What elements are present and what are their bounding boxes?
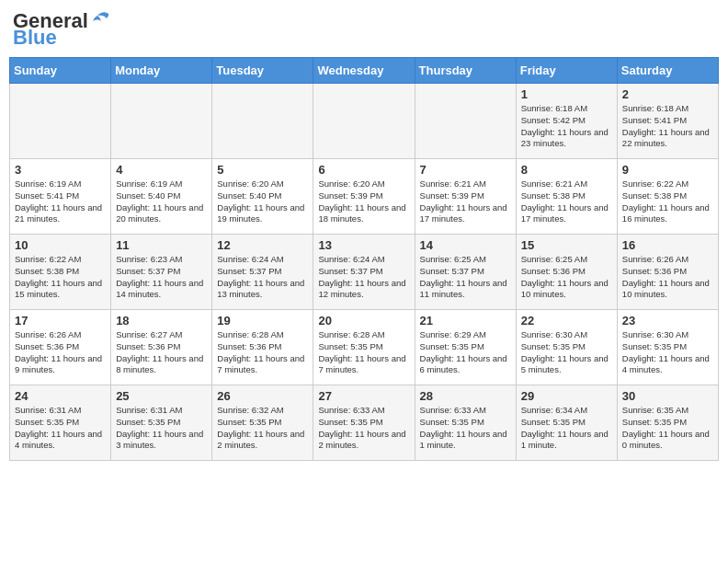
day-cell-17: 17Sunrise: 6:26 AM Sunset: 5:36 PM Dayli… bbox=[10, 310, 111, 385]
day-cell-4: 4Sunrise: 6:19 AM Sunset: 5:40 PM Daylig… bbox=[111, 159, 212, 235]
day-cell-21: 21Sunrise: 6:29 AM Sunset: 5:35 PM Dayli… bbox=[415, 310, 516, 385]
day-info: Sunrise: 6:26 AM Sunset: 5:36 PM Dayligh… bbox=[15, 329, 106, 376]
day-number: 9 bbox=[622, 163, 713, 177]
day-number: 24 bbox=[15, 389, 106, 403]
day-cell-26: 26Sunrise: 6:32 AM Sunset: 5:35 PM Dayli… bbox=[212, 385, 313, 461]
day-info: Sunrise: 6:20 AM Sunset: 5:40 PM Dayligh… bbox=[217, 178, 308, 225]
day-info: Sunrise: 6:34 AM Sunset: 5:35 PM Dayligh… bbox=[521, 405, 612, 452]
day-cell-11: 11Sunrise: 6:23 AM Sunset: 5:37 PM Dayli… bbox=[111, 235, 212, 310]
day-info: Sunrise: 6:18 AM Sunset: 5:42 PM Dayligh… bbox=[521, 103, 612, 150]
day-cell-1: 1Sunrise: 6:18 AM Sunset: 5:42 PM Daylig… bbox=[516, 84, 617, 159]
day-info: Sunrise: 6:22 AM Sunset: 5:38 PM Dayligh… bbox=[15, 254, 106, 301]
day-info: Sunrise: 6:28 AM Sunset: 5:35 PM Dayligh… bbox=[318, 329, 409, 376]
day-cell-13: 13Sunrise: 6:24 AM Sunset: 5:37 PM Dayli… bbox=[313, 235, 415, 310]
day-cell-8: 8Sunrise: 6:21 AM Sunset: 5:38 PM Daylig… bbox=[516, 159, 617, 235]
day-info: Sunrise: 6:26 AM Sunset: 5:36 PM Dayligh… bbox=[622, 254, 713, 301]
weekday-header-sunday: Sunday bbox=[10, 58, 111, 84]
day-info: Sunrise: 6:35 AM Sunset: 5:35 PM Dayligh… bbox=[622, 405, 713, 452]
day-info: Sunrise: 6:31 AM Sunset: 5:35 PM Dayligh… bbox=[15, 405, 106, 452]
day-cell-24: 24Sunrise: 6:31 AM Sunset: 5:35 PM Dayli… bbox=[10, 385, 111, 461]
day-cell-28: 28Sunrise: 6:33 AM Sunset: 5:35 PM Dayli… bbox=[415, 385, 516, 461]
day-number: 14 bbox=[420, 238, 511, 252]
day-info: Sunrise: 6:18 AM Sunset: 5:41 PM Dayligh… bbox=[622, 103, 713, 150]
day-number: 22 bbox=[521, 314, 612, 327]
day-info: Sunrise: 6:29 AM Sunset: 5:35 PM Dayligh… bbox=[420, 329, 511, 376]
day-number: 10 bbox=[15, 238, 106, 252]
empty-cell bbox=[313, 84, 415, 159]
empty-cell bbox=[111, 84, 212, 159]
day-info: Sunrise: 6:33 AM Sunset: 5:35 PM Dayligh… bbox=[318, 405, 409, 452]
day-number: 5 bbox=[217, 163, 308, 177]
day-number: 13 bbox=[318, 238, 409, 252]
day-number: 7 bbox=[420, 163, 511, 177]
calendar-table: SundayMondayTuesdayWednesdayThursdayFrid… bbox=[9, 57, 719, 461]
day-cell-14: 14Sunrise: 6:25 AM Sunset: 5:37 PM Dayli… bbox=[415, 235, 516, 310]
day-cell-2: 2Sunrise: 6:18 AM Sunset: 5:41 PM Daylig… bbox=[617, 84, 718, 159]
weekday-header-saturday: Saturday bbox=[617, 58, 718, 84]
day-cell-27: 27Sunrise: 6:33 AM Sunset: 5:35 PM Dayli… bbox=[313, 385, 415, 461]
day-info: Sunrise: 6:28 AM Sunset: 5:36 PM Dayligh… bbox=[217, 329, 308, 376]
day-info: Sunrise: 6:21 AM Sunset: 5:39 PM Dayligh… bbox=[420, 178, 511, 225]
day-cell-16: 16Sunrise: 6:26 AM Sunset: 5:36 PM Dayli… bbox=[617, 235, 718, 310]
day-cell-7: 7Sunrise: 6:21 AM Sunset: 5:39 PM Daylig… bbox=[415, 159, 516, 235]
day-number: 18 bbox=[116, 314, 207, 327]
weekday-header-tuesday: Tuesday bbox=[212, 58, 313, 84]
day-number: 16 bbox=[622, 238, 713, 252]
day-number: 25 bbox=[116, 389, 207, 403]
day-cell-18: 18Sunrise: 6:27 AM Sunset: 5:36 PM Dayli… bbox=[111, 310, 212, 385]
day-number: 19 bbox=[217, 314, 308, 327]
day-info: Sunrise: 6:33 AM Sunset: 5:35 PM Dayligh… bbox=[420, 405, 511, 452]
day-info: Sunrise: 6:23 AM Sunset: 5:37 PM Dayligh… bbox=[116, 254, 207, 301]
day-info: Sunrise: 6:24 AM Sunset: 5:37 PM Dayligh… bbox=[318, 254, 409, 301]
day-info: Sunrise: 6:30 AM Sunset: 5:35 PM Dayligh… bbox=[622, 329, 713, 376]
day-cell-25: 25Sunrise: 6:31 AM Sunset: 5:35 PM Dayli… bbox=[111, 385, 212, 461]
week-row-2: 3Sunrise: 6:19 AM Sunset: 5:41 PM Daylig… bbox=[10, 159, 719, 235]
day-cell-12: 12Sunrise: 6:24 AM Sunset: 5:37 PM Dayli… bbox=[212, 235, 313, 310]
day-info: Sunrise: 6:30 AM Sunset: 5:35 PM Dayligh… bbox=[521, 329, 612, 376]
day-number: 21 bbox=[420, 314, 511, 327]
logo-blue: Blue bbox=[13, 26, 57, 50]
day-number: 27 bbox=[318, 389, 409, 403]
day-number: 15 bbox=[521, 238, 612, 252]
day-cell-3: 3Sunrise: 6:19 AM Sunset: 5:41 PM Daylig… bbox=[10, 159, 111, 235]
weekday-header-thursday: Thursday bbox=[415, 58, 516, 84]
day-info: Sunrise: 6:27 AM Sunset: 5:36 PM Dayligh… bbox=[116, 329, 207, 376]
day-info: Sunrise: 6:31 AM Sunset: 5:35 PM Dayligh… bbox=[116, 405, 207, 452]
empty-cell bbox=[415, 84, 516, 159]
day-cell-9: 9Sunrise: 6:22 AM Sunset: 5:38 PM Daylig… bbox=[617, 159, 718, 235]
day-number: 17 bbox=[15, 314, 106, 327]
day-number: 26 bbox=[217, 389, 308, 403]
week-row-4: 17Sunrise: 6:26 AM Sunset: 5:36 PM Dayli… bbox=[10, 310, 719, 385]
day-info: Sunrise: 6:24 AM Sunset: 5:37 PM Dayligh… bbox=[217, 254, 308, 301]
logo: General Blue bbox=[13, 9, 110, 50]
day-number: 8 bbox=[521, 163, 612, 177]
day-info: Sunrise: 6:25 AM Sunset: 5:37 PM Dayligh… bbox=[420, 254, 511, 301]
day-number: 12 bbox=[217, 238, 308, 252]
day-number: 6 bbox=[318, 163, 409, 177]
day-cell-10: 10Sunrise: 6:22 AM Sunset: 5:38 PM Dayli… bbox=[10, 235, 111, 310]
day-cell-30: 30Sunrise: 6:35 AM Sunset: 5:35 PM Dayli… bbox=[617, 385, 718, 461]
day-info: Sunrise: 6:19 AM Sunset: 5:40 PM Dayligh… bbox=[116, 178, 207, 225]
day-number: 28 bbox=[420, 389, 511, 403]
day-info: Sunrise: 6:20 AM Sunset: 5:39 PM Dayligh… bbox=[318, 178, 409, 225]
day-cell-19: 19Sunrise: 6:28 AM Sunset: 5:36 PM Dayli… bbox=[212, 310, 313, 385]
weekday-header-wednesday: Wednesday bbox=[313, 58, 415, 84]
day-info: Sunrise: 6:22 AM Sunset: 5:38 PM Dayligh… bbox=[622, 178, 713, 225]
weekday-header-row: SundayMondayTuesdayWednesdayThursdayFrid… bbox=[10, 58, 719, 84]
logo-bird-icon bbox=[90, 11, 110, 28]
day-number: 4 bbox=[116, 163, 207, 177]
day-number: 29 bbox=[521, 389, 612, 403]
day-cell-6: 6Sunrise: 6:20 AM Sunset: 5:39 PM Daylig… bbox=[313, 159, 415, 235]
page-header: General Blue bbox=[9, 9, 719, 50]
day-cell-22: 22Sunrise: 6:30 AM Sunset: 5:35 PM Dayli… bbox=[516, 310, 617, 385]
day-number: 11 bbox=[116, 238, 207, 252]
day-cell-20: 20Sunrise: 6:28 AM Sunset: 5:35 PM Dayli… bbox=[313, 310, 415, 385]
day-cell-23: 23Sunrise: 6:30 AM Sunset: 5:35 PM Dayli… bbox=[617, 310, 718, 385]
week-row-3: 10Sunrise: 6:22 AM Sunset: 5:38 PM Dayli… bbox=[10, 235, 719, 310]
day-number: 3 bbox=[15, 163, 106, 177]
day-number: 2 bbox=[622, 87, 713, 101]
empty-cell bbox=[212, 84, 313, 159]
day-number: 20 bbox=[318, 314, 409, 327]
day-cell-5: 5Sunrise: 6:20 AM Sunset: 5:40 PM Daylig… bbox=[212, 159, 313, 235]
weekday-header-monday: Monday bbox=[111, 58, 212, 84]
